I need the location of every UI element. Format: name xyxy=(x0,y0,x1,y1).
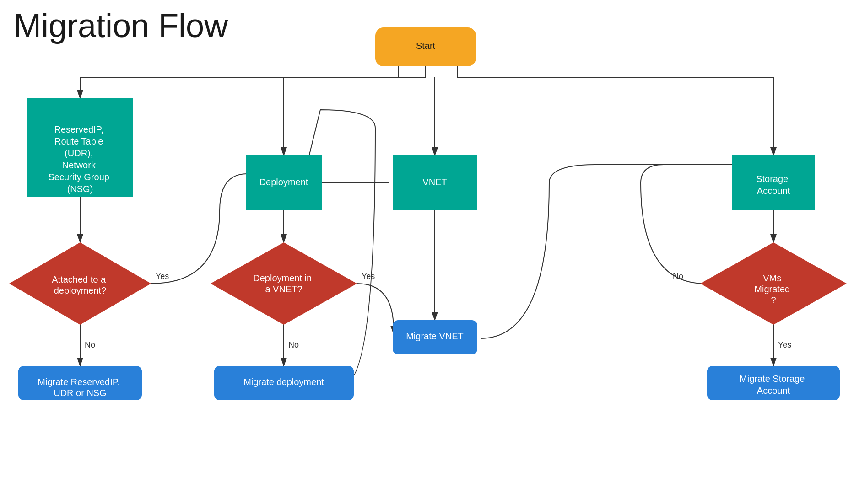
migrate-deployment-label: Migrate deployment xyxy=(243,377,324,387)
migrate-vnet-label: Migrate VNET xyxy=(406,331,464,341)
vnet-label: VNET xyxy=(422,177,447,187)
deployment-vnet-diamond xyxy=(211,242,357,325)
no-label-attached: No xyxy=(85,340,95,349)
yes-label-vms: Yes xyxy=(778,340,791,349)
deployment-label: Deployment xyxy=(259,177,308,187)
yes-label-attached: Yes xyxy=(156,272,169,281)
start-label: Start xyxy=(416,41,436,51)
no-label-deployment: No xyxy=(288,340,299,349)
no-label-vms: No xyxy=(673,272,683,281)
vms-migrated-diamond xyxy=(700,242,847,325)
flow-diagram: Start ReservedIP, Route Table (UDR), Net… xyxy=(0,0,854,504)
yes-label-deployment: Yes xyxy=(362,272,375,281)
